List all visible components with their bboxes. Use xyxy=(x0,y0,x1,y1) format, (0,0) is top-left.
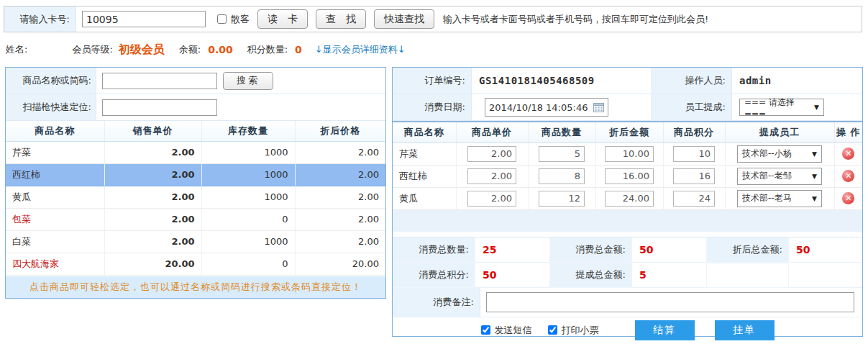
item-qty-input[interactable] xyxy=(539,146,585,162)
discount-price-cell: 2.00 xyxy=(295,141,385,163)
quick-find-button[interactable]: 快速查找 xyxy=(374,9,434,29)
item-points-input[interactable] xyxy=(673,191,715,207)
send-sms-option[interactable]: 发送短信 xyxy=(481,324,532,337)
chevron-down-icon: ▼ xyxy=(812,173,817,180)
item-staff-value: 技术部--老邹 xyxy=(742,170,792,182)
item-action-cell: ✕ xyxy=(834,142,862,165)
sale-price-cell: 20.00 xyxy=(104,253,201,275)
item-price-input[interactable] xyxy=(467,191,516,207)
delete-item-icon[interactable]: ✕ xyxy=(842,148,854,160)
col-item-price: 商品单价 xyxy=(456,122,528,142)
member-level-label: 会员等级: xyxy=(72,43,112,56)
pos-checkout-page: 请输入卡号: 散客 读 卡 查 找 快速查找 输入卡号或者卡面号码或者手机号码，… xyxy=(0,0,868,344)
product-row[interactable]: 白菜2.0010002.00 xyxy=(6,230,385,253)
send-sms-checkbox[interactable] xyxy=(481,325,490,335)
find-button[interactable]: 查 找 xyxy=(316,9,366,29)
item-price-input[interactable] xyxy=(467,146,516,162)
product-panel-hint: 点击商品即可轻松选定，也可以通过名称或简码进行搜索或条码直接定位！ xyxy=(6,276,385,298)
item-name-cell: 芹菜 xyxy=(393,142,456,165)
product-search-row: 商品名称或简码: 搜索 xyxy=(6,68,385,94)
discount-total-value: 50 xyxy=(789,237,862,263)
item-amount-input[interactable] xyxy=(605,191,654,207)
discount-price-cell: 20.00 xyxy=(295,253,385,275)
delete-item-icon[interactable]: ✕ xyxy=(842,170,854,182)
settle-button[interactable]: 结算 xyxy=(635,320,695,340)
sale-price-cell: 2.00 xyxy=(104,163,201,186)
product-search-input[interactable] xyxy=(102,73,217,89)
discount-price-cell: 2.00 xyxy=(295,208,385,230)
delete-item-icon[interactable]: ✕ xyxy=(842,192,854,204)
item-price-input[interactable] xyxy=(467,168,516,184)
product-row[interactable]: 芹菜2.0010002.00 xyxy=(6,141,385,163)
chevron-down-icon: ▼ xyxy=(812,150,817,158)
read-card-button[interactable]: 读 卡 xyxy=(257,9,308,29)
item-qty-input[interactable] xyxy=(539,168,585,184)
walk-in-label: 散客 xyxy=(231,13,250,26)
staff-commission-select[interactable]: === 请选择 === ▼ xyxy=(739,99,824,116)
item-staff-select[interactable]: 技术部--老邹▼ xyxy=(737,168,822,185)
order-no-value: GS1410181405468509 xyxy=(472,68,652,94)
balance-label: 余额: xyxy=(179,43,201,56)
order-item-row: 芹菜技术部--小杨▼✕ xyxy=(393,142,862,165)
print-receipt-label: 打印小票 xyxy=(562,324,599,337)
summary-empty-value xyxy=(789,263,862,288)
product-panel: 商品名称或简码: 搜索 扫描枪快速定位: 商品名称 销售单价 库存数量 折后价格… xyxy=(5,67,386,299)
chevron-down-icon: ▼ xyxy=(814,104,819,111)
remark-input[interactable] xyxy=(486,292,854,312)
product-row[interactable]: 西红柿2.0010002.00 xyxy=(6,163,385,186)
item-staff-select[interactable]: 技术部--老马▼ xyxy=(737,190,822,207)
item-staff-cell: 技术部--老邹▼ xyxy=(725,165,834,187)
scanner-locate-input[interactable] xyxy=(102,99,217,116)
sale-price-cell: 2.00 xyxy=(104,141,201,163)
walk-in-checkbox[interactable] xyxy=(217,14,227,24)
stock-qty-cell: 1000 xyxy=(201,141,295,163)
scanner-locate-row: 扫描枪快速定位: xyxy=(6,94,385,121)
consume-date-label: 消费日期: xyxy=(393,94,472,121)
sale-price-cell: 2.00 xyxy=(104,208,201,230)
col-item-name: 商品名称 xyxy=(393,122,456,142)
item-points-input[interactable] xyxy=(673,168,715,184)
item-action-cell: ✕ xyxy=(834,165,862,187)
total-qty-label: 消费总数量: xyxy=(393,237,475,263)
consume-date-input[interactable]: 2014/10/18 14:05:46 xyxy=(485,98,608,117)
item-amount-input[interactable] xyxy=(605,146,654,162)
order-info-grid: 订单编号: GS1410181405468509 操作人员: admin 消费日… xyxy=(393,68,862,122)
points-label: 积分数量: xyxy=(247,43,288,56)
staff-commission-value: === 请选择 === xyxy=(744,96,814,119)
product-search-button[interactable]: 搜索 xyxy=(223,72,273,90)
product-name-cell: 四大航海家 xyxy=(6,253,104,275)
calendar-icon[interactable] xyxy=(593,102,604,112)
item-amount-input-cell xyxy=(595,187,663,209)
product-name-cell: 白菜 xyxy=(6,230,104,253)
print-receipt-option[interactable]: 打印小票 xyxy=(548,324,599,337)
item-points-input[interactable] xyxy=(673,146,715,162)
show-member-detail-link[interactable]: ↓显示会员详细资料↓ xyxy=(315,43,406,56)
item-action-cell: ✕ xyxy=(834,187,862,209)
col-item-qty: 商品数量 xyxy=(528,122,595,142)
walk-in-option[interactable]: 散客 xyxy=(217,13,250,26)
col-stock-qty: 库存数量 xyxy=(201,121,295,141)
col-item-points: 商品积分 xyxy=(663,122,725,142)
stock-qty-cell: 0 xyxy=(201,253,295,275)
consume-date-value: 2014/10/18 14:05:46 xyxy=(489,102,590,113)
product-row[interactable]: 黄瓜2.0010002.00 xyxy=(6,186,385,208)
discount-price-cell: 2.00 xyxy=(295,186,385,208)
member-info-bar: 姓名: 会员等级: 初级会员 余额: 0.00 积分数量: 0 ↓显示会员详细资… xyxy=(6,37,862,62)
commission-total-label: 提成总金额: xyxy=(549,263,632,288)
item-name-cell: 西红柿 xyxy=(393,165,456,187)
item-staff-value: 技术部--老马 xyxy=(742,192,792,204)
item-staff-select[interactable]: 技术部--小杨▼ xyxy=(737,145,822,163)
chevron-down-icon: ▼ xyxy=(812,195,817,202)
product-row[interactable]: 四大航海家20.00020.00 xyxy=(6,253,385,275)
hold-order-button[interactable]: 挂单 xyxy=(715,320,775,340)
card-number-input[interactable] xyxy=(82,11,206,27)
points-value: 0 xyxy=(295,44,302,55)
product-row[interactable]: 包菜2.0002.00 xyxy=(6,208,385,230)
commission-total-value: 5 xyxy=(632,263,706,288)
item-amount-input[interactable] xyxy=(605,168,654,184)
col-item-action: 操 作 xyxy=(834,122,862,142)
member-level-value: 初级会员 xyxy=(119,42,165,58)
print-receipt-checkbox[interactable] xyxy=(548,325,557,335)
item-qty-input[interactable] xyxy=(539,191,585,207)
discount-price-cell: 2.00 xyxy=(295,230,385,253)
